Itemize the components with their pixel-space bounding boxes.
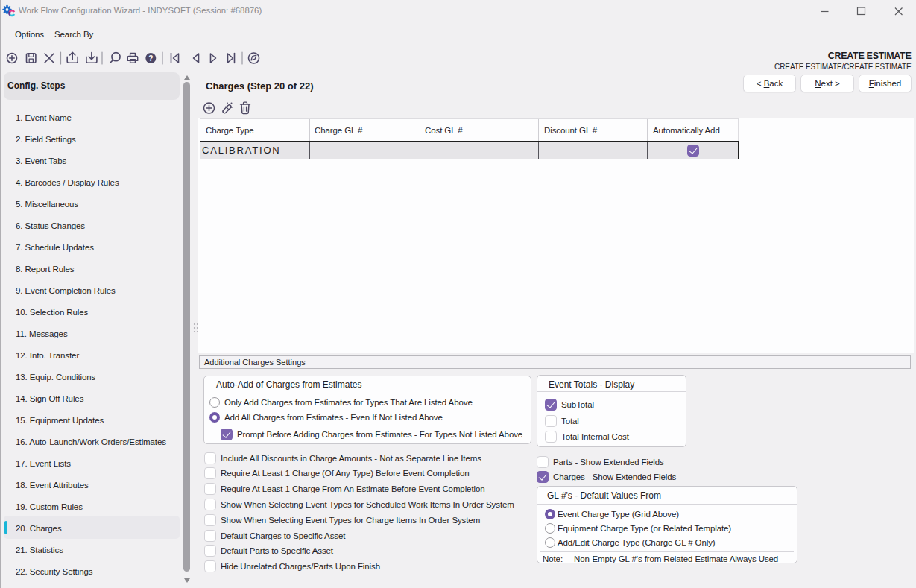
svg-text:?: ? [148, 54, 153, 63]
